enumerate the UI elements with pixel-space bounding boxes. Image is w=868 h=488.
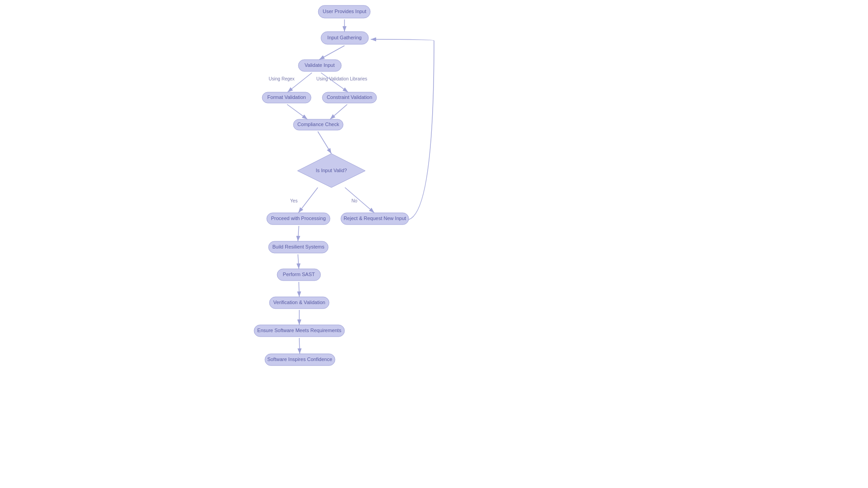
svg-line-7	[330, 104, 347, 119]
is-input-valid-label: Is Input Valid?	[316, 168, 347, 173]
svg-line-11	[298, 226, 299, 241]
verification-validation-label: Verification & Validation	[274, 300, 326, 305]
svg-line-8	[318, 131, 331, 154]
svg-line-10	[345, 188, 374, 213]
compliance-check-label: Compliance Check	[297, 122, 340, 127]
svg-line-13	[299, 282, 299, 297]
build-resilient-label: Build Resilient Systems	[273, 244, 325, 249]
yes-label: Yes	[290, 198, 297, 203]
validate-input-label: Validate Input	[305, 62, 335, 68]
ensure-software-label: Ensure Software Meets Requirements	[257, 328, 341, 333]
svg-line-3	[319, 46, 344, 60]
svg-line-5	[321, 73, 348, 92]
format-validation-label: Format Validation	[267, 94, 306, 100]
flowchart-container: Using Regex Using Validation Libraries Y…	[0, 0, 868, 488]
no-label: No	[352, 198, 358, 203]
using-regex-label: Using Regex	[269, 76, 294, 81]
input-gathering-label: Input Gathering	[327, 35, 362, 40]
svg-line-6	[287, 104, 307, 119]
reject-request-label: Reject & Request New Input	[344, 216, 406, 221]
svg-line-9	[298, 188, 318, 213]
constraint-validation-label: Constraint Validation	[327, 94, 373, 100]
svg-line-4	[288, 73, 312, 92]
perform-sast-label: Perform SAST	[283, 272, 315, 277]
proceed-processing-label: Proceed with Processing	[271, 216, 326, 221]
svg-line-12	[298, 254, 299, 269]
user-provides-input-label: User Provides Input	[323, 9, 367, 14]
using-validation-libs-label: Using Validation Libraries	[316, 76, 368, 81]
svg-line-15	[299, 338, 300, 354]
software-inspires-label: Software Inspires Confidence	[267, 357, 332, 362]
